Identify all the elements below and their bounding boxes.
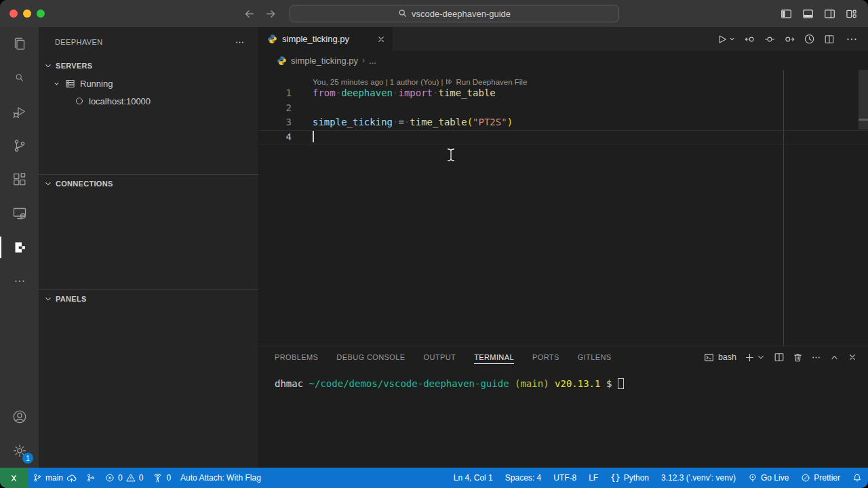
statusbar-problems[interactable]: 00 bbox=[100, 468, 148, 488]
statusbar-indentation[interactable]: Spaces: 4 bbox=[499, 468, 547, 488]
panel-tab-ports[interactable]: PORTS bbox=[532, 350, 559, 364]
tree-item-localhost-10000[interactable]: localhost:10000 bbox=[39, 92, 258, 110]
run-and-debug-icon bbox=[12, 104, 28, 120]
remote-icon bbox=[9, 473, 19, 483]
layout-panel-icon[interactable] bbox=[802, 5, 814, 22]
terminal[interactable]: dhmac ~/code/demos/vscode-deephaven-guid… bbox=[259, 368, 868, 389]
statusbar-remote-indicator[interactable] bbox=[0, 468, 28, 488]
activitybar-additional-views[interactable] bbox=[0, 264, 39, 298]
split-terminal-icon[interactable] bbox=[774, 352, 785, 363]
warning-icon bbox=[126, 473, 136, 483]
forward-icon[interactable] bbox=[264, 5, 277, 22]
status-bar: main000Auto Attach: With Flag Ln 4, Col … bbox=[0, 468, 868, 488]
remote-explorer-icon bbox=[12, 205, 28, 222]
editor-group: simple_ticking.py simple_ticking.py › ..… bbox=[259, 27, 868, 468]
activitybar-source-control[interactable] bbox=[0, 129, 39, 163]
statusbar-encoding[interactable]: UTF-8 bbox=[547, 468, 583, 488]
panel-tab-debug-console[interactable]: DEBUG CONSOLE bbox=[336, 350, 405, 364]
panel-tab-problems[interactable]: PROBLEMS bbox=[275, 350, 318, 364]
maximize-panel-icon[interactable] bbox=[829, 352, 840, 363]
bell-icon bbox=[852, 473, 862, 483]
statusbar-forwarded-ports[interactable]: 0 bbox=[148, 468, 176, 488]
breadcrumb-file[interactable]: simple_ticking.py bbox=[291, 56, 358, 66]
line-number: 3 bbox=[259, 115, 313, 130]
radio-tower-icon bbox=[153, 473, 163, 483]
activitybar-deephaven[interactable] bbox=[0, 230, 39, 264]
code-line-2[interactable]: 2 bbox=[259, 101, 868, 116]
minimize-window-button[interactable] bbox=[23, 9, 31, 18]
statusbar-cursor-position[interactable]: Ln 4, Col 1 bbox=[448, 468, 499, 488]
statusbar-git-branch-status[interactable]: main bbox=[28, 468, 81, 488]
more-icon[interactable] bbox=[844, 31, 860, 47]
connections-label: CONNECTIONS bbox=[56, 180, 113, 188]
tab-simple-ticking[interactable]: simple_ticking.py bbox=[259, 27, 393, 51]
section-connections[interactable]: CONNECTIONS bbox=[39, 174, 258, 192]
git-branch-icon bbox=[33, 473, 42, 483]
activitybar-manage[interactable]: 1 bbox=[0, 434, 39, 468]
statusbar-label: 0 bbox=[118, 473, 123, 483]
back-icon[interactable] bbox=[243, 5, 255, 22]
panel-tab-output[interactable]: OUTPUT bbox=[424, 350, 456, 364]
section-panels[interactable]: PANELS bbox=[39, 289, 258, 307]
statusbar-label: Go Live bbox=[761, 473, 789, 483]
history-icon[interactable] bbox=[804, 33, 815, 45]
close-panel-icon[interactable] bbox=[848, 352, 857, 362]
activitybar-extensions[interactable] bbox=[0, 163, 39, 197]
chevron-down-icon bbox=[53, 80, 60, 87]
statusbar-label: Spaces: 4 bbox=[505, 473, 541, 483]
sidebar-header: DEEPHAVEN bbox=[39, 27, 258, 57]
statusbar-python-interpreter[interactable]: 3.12.3 ('.venv': venv) bbox=[655, 468, 742, 488]
activitybar-remote-explorer[interactable] bbox=[0, 197, 39, 230]
activitybar-explorer[interactable] bbox=[0, 27, 39, 61]
command-center-label: vscode-deephaven-guide bbox=[412, 9, 511, 19]
panel-tab-terminal[interactable]: TERMINAL bbox=[474, 350, 514, 364]
more-actions-icon[interactable] bbox=[235, 37, 245, 47]
code-line-4[interactable]: 4 bbox=[259, 130, 868, 145]
statusbar-prettier[interactable]: Prettier bbox=[795, 468, 846, 488]
code-line-3[interactable]: 3simple_ticking·=·time_table("PT2S") bbox=[259, 115, 868, 130]
statusbar-notifications[interactable] bbox=[846, 468, 868, 488]
kill-terminal-icon[interactable] bbox=[793, 352, 803, 363]
shell-label: bash bbox=[718, 352, 736, 362]
next-change-icon[interactable] bbox=[784, 34, 795, 45]
sidebar: DEEPHAVEN SERVERS Runninglocalhost:10000… bbox=[39, 27, 259, 468]
code-line-1[interactable]: 1from·deephaven·import·time_table bbox=[259, 86, 868, 101]
statusbar-git-graph[interactable] bbox=[81, 468, 100, 488]
breadcrumb-symbol[interactable]: ... bbox=[369, 56, 376, 66]
codelens-blame[interactable]: You, 25 minutes ago | 1 author (You) | bbox=[313, 78, 443, 86]
terminal-cursor bbox=[618, 378, 624, 389]
close-window-button[interactable] bbox=[9, 9, 18, 18]
tree-item-running[interactable]: Running bbox=[39, 75, 258, 92]
new-terminal-button[interactable] bbox=[745, 352, 766, 363]
command-center[interactable]: vscode-deephaven-guide bbox=[290, 5, 619, 22]
statusbar-auto-attach[interactable]: Auto Attach: With Flag bbox=[176, 468, 266, 488]
more-actions-icon[interactable] bbox=[811, 352, 821, 363]
activitybar-search[interactable] bbox=[0, 61, 39, 95]
layout-customize-icon[interactable] bbox=[845, 5, 857, 22]
tab-bar: simple_ticking.py bbox=[259, 27, 868, 51]
zoom-window-button[interactable] bbox=[37, 9, 45, 18]
statusbar-eol[interactable]: LF bbox=[583, 468, 604, 488]
panel-tab-gitlens[interactable]: GITLENS bbox=[578, 350, 612, 364]
activitybar-accounts[interactable] bbox=[0, 400, 39, 434]
layout-sidebar-left-icon[interactable] bbox=[780, 5, 792, 22]
prev-change-icon[interactable] bbox=[745, 34, 755, 45]
run-file-button[interactable] bbox=[717, 34, 736, 45]
split-editor-icon[interactable] bbox=[824, 34, 835, 45]
codelens-run-action[interactable]: Run Deephaven File bbox=[446, 78, 527, 86]
code-editor[interactable]: You, 25 minutes ago | 1 author (You) | R… bbox=[259, 70, 868, 346]
statusbar-language-mode[interactable]: {}Python bbox=[604, 468, 655, 488]
layout-sidebar-right-icon[interactable] bbox=[823, 5, 835, 22]
line-content: from·deephaven·import·time_table bbox=[313, 86, 496, 101]
section-servers[interactable]: SERVERS bbox=[39, 57, 258, 75]
extensions-icon bbox=[12, 171, 28, 188]
chevron-down-icon bbox=[43, 179, 53, 188]
source-control-icon bbox=[12, 138, 28, 154]
tree-item-label: Running bbox=[80, 79, 113, 89]
activity-bar: 1 bbox=[0, 27, 39, 468]
close-tab-icon[interactable] bbox=[376, 35, 386, 44]
modified-icon[interactable] bbox=[764, 34, 775, 45]
activitybar-run-and-debug[interactable] bbox=[0, 95, 39, 129]
statusbar-go-live[interactable]: Go Live bbox=[742, 468, 795, 488]
terminal-instance[interactable]: bash bbox=[704, 352, 736, 363]
